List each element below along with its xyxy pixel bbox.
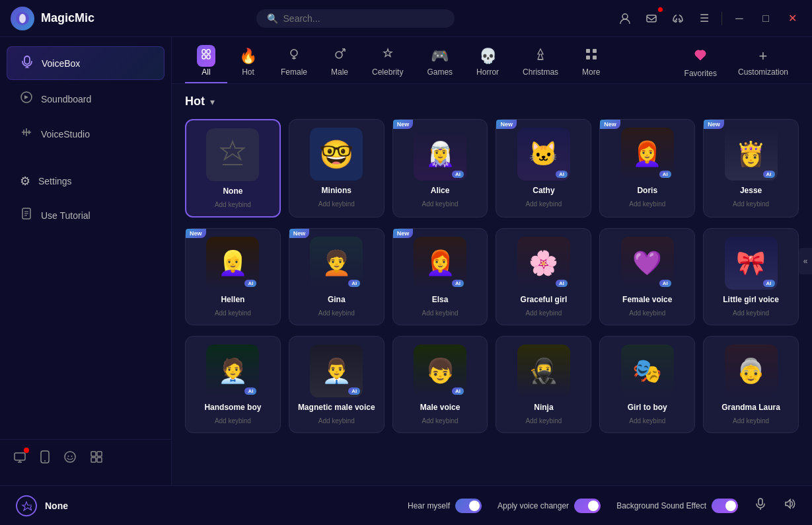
voice-card-alice[interactable]: New 🧝‍♀️ AI Alice Add keybind xyxy=(392,119,488,218)
voice-card-elsa[interactable]: New 👩‍🦰 AI Elsa Add keybind xyxy=(392,228,488,325)
volume-icon[interactable] xyxy=(783,497,796,514)
keybind-cathy[interactable]: Add keybind xyxy=(525,200,562,208)
mail-icon[interactable] xyxy=(642,9,661,28)
avatar-jesse: 👸 AI xyxy=(725,128,778,181)
voice-card-girltboy[interactable]: 🎭 Girl to boy Add keybind xyxy=(599,336,695,433)
voice-card-none[interactable]: None Add keybind xyxy=(185,119,281,218)
category-tabs: All 🔥 Hot Female Male xyxy=(172,37,812,84)
tab-games[interactable]: 🎮 Games xyxy=(415,42,464,83)
tab-female[interactable]: Female xyxy=(269,42,319,83)
keybind-malevoice[interactable]: Add keybind xyxy=(422,417,459,424)
voice-card-gina[interactable]: New 🧑‍🦱 AI Gina Add keybind xyxy=(289,228,385,325)
tab-all-icon xyxy=(197,48,215,65)
screen-share-icon[interactable] xyxy=(13,450,26,467)
apply-voice-toggle[interactable] xyxy=(574,499,601,513)
avatar-none xyxy=(206,128,259,181)
voice-card-female[interactable]: 💜 AI Female voice Add keybind xyxy=(599,228,695,325)
keybind-minions[interactable]: Add keybind xyxy=(318,200,355,208)
keybind-grandma[interactable]: Add keybind xyxy=(733,417,769,424)
keybind-jesse[interactable]: Add keybind xyxy=(733,200,769,208)
minimize-button[interactable]: ─ xyxy=(730,9,749,28)
voice-card-hellen[interactable]: New 👱‍♀️ AI Hellen Add keybind xyxy=(185,228,281,325)
keybind-alice[interactable]: Add keybind xyxy=(422,200,459,208)
close-button[interactable]: ✕ xyxy=(783,9,801,28)
layout-icon[interactable] xyxy=(90,450,103,467)
avatar-hellen: 👱‍♀️ AI xyxy=(206,237,259,290)
voice-grid-row1: None Add keybind 🤓 Minions Add keybind N… xyxy=(185,119,799,218)
voice-card-littlegirl[interactable]: 🎀 AI Little girl voice Add keybind xyxy=(703,228,799,325)
tab-favorites[interactable]: Favorites xyxy=(674,42,727,83)
svg-rect-18 xyxy=(15,453,25,460)
voice-card-malevoice[interactable]: 👦 AI Male voice Add keybind xyxy=(392,336,488,433)
status-controls: Hear myself Apply voice changer Backgrou… xyxy=(408,497,796,514)
titlebar: MagicMic 🔍 ☰ ─ □ ✕ xyxy=(0,0,812,37)
soundboard-icon xyxy=(20,91,33,107)
tab-all[interactable]: All xyxy=(185,42,227,83)
sidebar-item-voicebox[interactable]: VoiceBox xyxy=(7,46,165,80)
avatar-gina: 🧑‍🦱 AI xyxy=(310,237,363,290)
voice-card-grandma[interactable]: 👵 Grandma Laura Add keybind xyxy=(703,336,799,433)
ai-badge-littlegirl: AI xyxy=(763,280,775,287)
keybind-littlegirl[interactable]: Add keybind xyxy=(733,309,769,317)
tab-male[interactable]: Male xyxy=(319,42,360,83)
tab-christmas[interactable]: Christmas xyxy=(511,42,570,83)
hear-myself-toggle[interactable] xyxy=(455,499,482,513)
tab-celebrity[interactable]: Celebrity xyxy=(360,42,415,83)
app-title: MagicMic xyxy=(41,11,94,25)
voice-card-handsome[interactable]: 🧑‍💼 AI Handsome boy Add keybind xyxy=(185,336,281,433)
voice-card-doris[interactable]: New 👩‍🦰 AI Doris Add keybind xyxy=(599,119,695,218)
keybind-gina[interactable]: Add keybind xyxy=(318,309,355,317)
keybind-none[interactable]: Add keybind xyxy=(215,201,251,208)
voice-card-jesse[interactable]: New 👸 AI Jesse Add keybind xyxy=(703,119,799,218)
mic-settings-icon[interactable] xyxy=(754,497,767,514)
titlebar-right: ☰ ─ □ ✕ xyxy=(616,9,801,28)
keybind-hellen[interactable]: Add keybind xyxy=(215,309,251,317)
voice-card-magnetic[interactable]: 👨‍💼 AI Magnetic male voice Add keybind xyxy=(289,336,385,433)
menu-icon[interactable]: ☰ xyxy=(695,9,714,28)
voice-card-ninja[interactable]: 🥷 Ninja Add keybind xyxy=(496,336,591,433)
sidebar-item-soundboard[interactable]: Soundboard xyxy=(7,83,165,115)
tab-male-icon xyxy=(333,48,346,65)
svg-rect-44 xyxy=(593,56,597,60)
keybind-magnetic[interactable]: Add keybind xyxy=(318,417,355,424)
voice-name-doris: Doris xyxy=(637,186,657,195)
keybind-graceful[interactable]: Add keybind xyxy=(525,309,562,317)
keybind-handsome[interactable]: Add keybind xyxy=(215,417,251,424)
voice-name-alice: Alice xyxy=(431,186,450,195)
avatar-littlegirl: 🎀 AI xyxy=(725,237,778,290)
keybind-girltboy[interactable]: Add keybind xyxy=(629,417,665,424)
voice-card-graceful[interactable]: 🌸 AI Graceful girl Add keybind xyxy=(496,228,591,325)
voice-card-cathy[interactable]: New 🐱 AI Cathy Add keybind xyxy=(496,119,591,218)
whatsapp-icon[interactable] xyxy=(63,450,77,467)
tab-more[interactable]: More xyxy=(570,42,612,83)
section-dropdown[interactable]: ▾ xyxy=(210,97,215,107)
keybind-doris[interactable]: Add keybind xyxy=(629,200,665,208)
discord-icon[interactable] xyxy=(669,9,687,28)
keybind-elsa[interactable]: Add keybind xyxy=(422,309,459,317)
user-icon[interactable] xyxy=(616,9,634,28)
bg-sound-toggle[interactable] xyxy=(712,499,738,513)
sidebar-item-settings[interactable]: ⚙ Settings xyxy=(7,166,165,196)
keybind-ninja[interactable]: Add keybind xyxy=(525,417,562,424)
svg-rect-32 xyxy=(202,55,205,59)
tab-horror[interactable]: 💀 Horror xyxy=(464,42,511,83)
svg-rect-30 xyxy=(202,50,205,54)
tab-all-label: All xyxy=(202,67,210,77)
svg-rect-42 xyxy=(593,49,597,53)
badge-new-alice: New xyxy=(393,120,414,129)
maximize-button[interactable]: □ xyxy=(757,9,775,28)
keybind-female[interactable]: Add keybind xyxy=(629,309,665,317)
collapse-button[interactable]: « xyxy=(799,248,812,274)
voice-card-minions[interactable]: 🤓 Minions Add keybind xyxy=(289,119,385,218)
sidebar-item-voicestudio[interactable]: VoiceStudio xyxy=(7,118,165,150)
sidebar-item-tutorial[interactable]: Use Tutorial xyxy=(7,199,165,231)
avatar-minions: 🤓 xyxy=(310,128,363,181)
tab-customization[interactable]: + Customization xyxy=(727,42,799,83)
voice-name-jesse: Jesse xyxy=(740,186,762,195)
mobile-icon[interactable] xyxy=(40,450,50,467)
search-bar[interactable]: 🔍 xyxy=(256,9,455,28)
svg-point-23 xyxy=(65,452,75,462)
search-input[interactable] xyxy=(283,13,444,24)
tab-hot[interactable]: 🔥 Hot xyxy=(227,42,269,83)
tab-male-label: Male xyxy=(331,67,348,77)
